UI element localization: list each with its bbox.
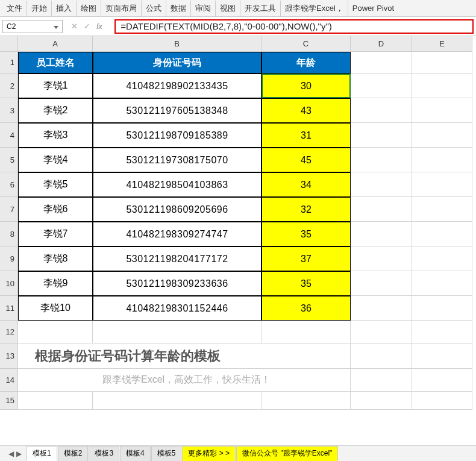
cell[interactable]	[351, 123, 412, 148]
cell[interactable]	[351, 148, 412, 172]
ribbon-tab[interactable]: 页面布局	[101, 1, 142, 16]
cell[interactable]	[261, 392, 351, 410]
ribbon-tab[interactable]: 视图	[216, 1, 240, 16]
sheet-tab[interactable]: 模板2	[58, 446, 89, 461]
cell[interactable]	[351, 98, 412, 123]
name-cell[interactable]: 李锐7	[18, 222, 93, 246]
cell[interactable]	[18, 321, 93, 343]
age-cell[interactable]: 35	[261, 222, 351, 246]
age-cell[interactable]: 30	[261, 74, 351, 98]
cell[interactable]	[351, 321, 412, 343]
id-cell[interactable]: 410482198504103863	[93, 172, 261, 197]
column-header[interactable]: A	[18, 36, 93, 52]
cell[interactable]	[412, 222, 472, 246]
sheet-tab[interactable]: 模板4	[120, 446, 151, 461]
cell[interactable]	[351, 74, 412, 98]
sheet-tab[interactable]: 微信公众号 "跟李锐学Excel"	[236, 446, 338, 461]
nav-left-icon[interactable]: ◀	[8, 450, 14, 458]
cell[interactable]	[351, 172, 412, 197]
age-cell[interactable]: 35	[261, 271, 351, 296]
ribbon-tab[interactable]: 公式	[142, 1, 166, 16]
id-cell[interactable]: 410482198309274747	[93, 222, 261, 246]
cell[interactable]	[351, 52, 412, 74]
row-header[interactable]: 8	[0, 222, 18, 246]
age-cell[interactable]: 36	[261, 296, 351, 321]
title-cell[interactable]: 根据身份证号码计算年龄的模板	[18, 343, 351, 369]
age-cell[interactable]: 31	[261, 123, 351, 148]
name-cell[interactable]: 李锐5	[18, 172, 93, 197]
cell[interactable]	[351, 222, 412, 246]
cell[interactable]	[412, 343, 472, 369]
cell[interactable]	[261, 321, 351, 343]
cell[interactable]	[18, 392, 93, 410]
age-cell[interactable]: 43	[261, 98, 351, 123]
row-header[interactable]: 10	[0, 271, 18, 296]
name-cell[interactable]: 李锐6	[18, 197, 93, 222]
ribbon-tab[interactable]: 文件	[2, 1, 27, 16]
row-header[interactable]: 15	[0, 392, 18, 410]
cell[interactable]	[412, 172, 472, 197]
cell[interactable]	[412, 369, 472, 392]
column-header[interactable]: B	[93, 36, 261, 52]
age-cell[interactable]: 32	[261, 197, 351, 222]
name-cell[interactable]: 李锐3	[18, 123, 93, 148]
id-cell[interactable]: 530121197308175070	[93, 148, 261, 172]
row-header[interactable]: 6	[0, 172, 18, 197]
name-box[interactable]: C2	[2, 20, 63, 33]
row-header[interactable]: 14	[0, 369, 18, 392]
confirm-icon[interactable]: ✓	[84, 22, 90, 31]
cell[interactable]	[351, 271, 412, 296]
cell[interactable]	[412, 321, 472, 343]
cell[interactable]	[351, 197, 412, 222]
nav-right-icon[interactable]: ▶	[16, 450, 22, 458]
cell[interactable]	[412, 246, 472, 271]
grid[interactable]: 员工姓名身份证号码年龄李锐141048219890213343530李锐2530…	[18, 52, 476, 410]
row-header[interactable]: 9	[0, 246, 18, 271]
sheet-tab[interactable]: 模板5	[151, 446, 182, 461]
ribbon-tab[interactable]: 跟李锐学Excel，	[281, 1, 348, 16]
row-header[interactable]: 12	[0, 321, 18, 343]
cell[interactable]	[351, 296, 412, 321]
cell[interactable]	[93, 392, 261, 410]
row-header[interactable]: 11	[0, 296, 18, 321]
row-header[interactable]: 13	[0, 343, 18, 369]
ribbon-tab[interactable]: 开始	[27, 1, 52, 16]
cell[interactable]	[412, 52, 472, 74]
ribbon-tab[interactable]: 数据	[166, 1, 191, 16]
header-cell[interactable]: 身份证号码	[93, 52, 261, 74]
name-cell[interactable]: 李锐4	[18, 148, 93, 172]
id-cell[interactable]: 410482198902133435	[93, 74, 261, 98]
cell[interactable]	[351, 369, 412, 392]
ribbon-tab[interactable]: 审阅	[191, 1, 216, 16]
column-header[interactable]: E	[412, 36, 472, 52]
fx-icon[interactable]: fx	[96, 22, 106, 31]
row-header[interactable]: 5	[0, 148, 18, 172]
cell[interactable]	[412, 98, 472, 123]
ribbon-tab[interactable]: 绘图	[77, 1, 101, 16]
cell[interactable]	[412, 296, 472, 321]
ribbon-tab[interactable]: 插入	[52, 1, 77, 16]
age-cell[interactable]: 37	[261, 246, 351, 271]
age-cell[interactable]: 34	[261, 172, 351, 197]
row-header[interactable]: 7	[0, 197, 18, 222]
subtitle-cell[interactable]: 跟李锐学Excel，高效工作，快乐生活！	[18, 369, 351, 392]
column-header[interactable]: D	[351, 36, 412, 52]
cell[interactable]	[412, 392, 472, 410]
ribbon-tab[interactable]: 开发工具	[240, 1, 281, 16]
cell[interactable]	[412, 123, 472, 148]
row-header[interactable]: 2	[0, 74, 18, 98]
ribbon-tab[interactable]: Power Pivot	[348, 1, 398, 15]
cell[interactable]	[412, 74, 472, 98]
id-cell[interactable]: 530121197605138348	[93, 98, 261, 123]
id-cell[interactable]: 530121198204177172	[93, 246, 261, 271]
formula-bar[interactable]: =DATEDIF(TEXT(MID(B2,7,8),"0-00-00"),NOW…	[114, 19, 474, 34]
cancel-icon[interactable]: ✕	[71, 22, 78, 31]
age-cell[interactable]: 45	[261, 148, 351, 172]
select-all-corner[interactable]	[0, 36, 18, 52]
sheet-tab[interactable]: 模板1	[27, 446, 57, 461]
id-cell[interactable]: 530121198609205696	[93, 197, 261, 222]
row-header[interactable]: 3	[0, 98, 18, 123]
cell[interactable]	[351, 343, 412, 369]
cell[interactable]	[412, 148, 472, 172]
name-cell[interactable]: 李锐1	[18, 74, 93, 98]
